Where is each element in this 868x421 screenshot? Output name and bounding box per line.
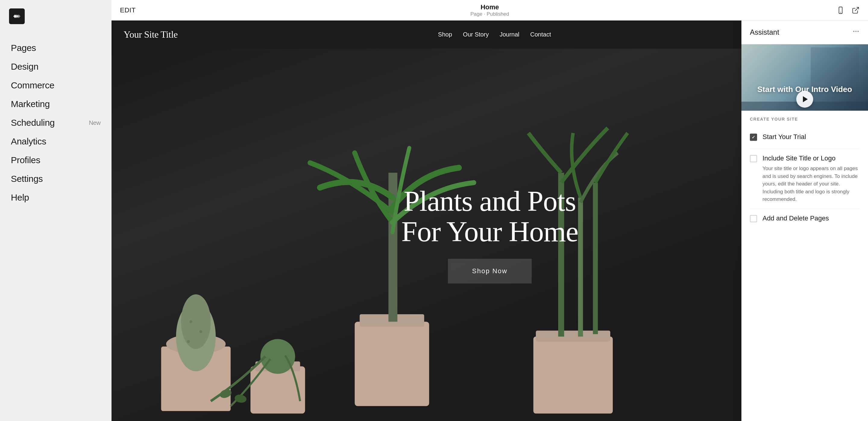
sidebar-item-profiles[interactable]: Profiles [0, 151, 112, 170]
topbar-center: Home Page · Published [470, 3, 509, 17]
checkbox-site-title[interactable] [750, 155, 757, 162]
assistant-header: Assistant [741, 21, 868, 44]
topbar: EDIT Home Page · Published [112, 0, 868, 21]
checklist-title-site-title: Include Site Title or Logo [763, 154, 860, 162]
topbar-icons [837, 6, 860, 14]
sidebar-item-scheduling[interactable]: Scheduling New [0, 113, 112, 132]
svg-rect-1 [839, 7, 842, 13]
svg-point-34 [855, 31, 857, 32]
scheduling-badge: New [89, 119, 101, 126]
sidebar-item-design[interactable]: Design [0, 57, 112, 76]
site-nav-journal[interactable]: Journal [500, 31, 520, 38]
site-nav-shop[interactable]: Shop [438, 31, 452, 38]
edit-button[interactable]: EDIT [120, 6, 135, 14]
checklist-item-site-title: Include Site Title or Logo Your site tit… [750, 149, 860, 209]
checklist-item-pages: Add and Delete Pages [750, 209, 860, 230]
checkbox-pages[interactable] [750, 215, 757, 222]
page-name: Home [470, 3, 509, 11]
assistant-menu-button[interactable] [852, 28, 860, 37]
hero-content: Plants and Pots For Your Home Shop Now [401, 186, 578, 284]
svg-point-33 [853, 31, 855, 32]
assistant-body: CREATE YOUR SITE Start Your Trial Includ… [741, 111, 868, 421]
assistant-title: Assistant [750, 28, 779, 36]
sidebar-item-marketing[interactable]: Marketing [0, 95, 112, 113]
sidebar-nav: Pages Design Commerce Marketing Scheduli… [0, 33, 112, 421]
sidebar-item-commerce[interactable]: Commerce [0, 76, 112, 95]
squarespace-logo-icon [9, 8, 25, 24]
sidebar-item-settings[interactable]: Settings [0, 170, 112, 188]
sidebar-item-pages[interactable]: Pages [0, 39, 112, 57]
svg-point-2 [840, 12, 841, 12]
checkbox-start-trial[interactable] [750, 133, 757, 141]
sidebar-logo-area [0, 0, 112, 33]
checklist-item-start-trial-content: Start Your Trial [763, 133, 806, 143]
checklist-title-start-trial: Start Your Trial [763, 133, 806, 141]
checklist-title-pages: Add and Delete Pages [763, 214, 829, 222]
sidebar-item-analytics[interactable]: Analytics [0, 132, 112, 151]
site-nav-our-story[interactable]: Our Story [463, 31, 489, 38]
checklist-item-pages-content: Add and Delete Pages [763, 214, 829, 225]
page-status: Page · Published [470, 11, 509, 17]
checklist-item-start-trial: Start Your Trial [750, 127, 860, 149]
mobile-preview-icon[interactable] [837, 6, 844, 14]
site-nav: Shop Our Story Journal Contact [438, 31, 551, 38]
external-link-icon[interactable] [852, 6, 860, 14]
sidebar: Pages Design Commerce Marketing Scheduli… [0, 0, 112, 421]
site-title: Your Site Title [124, 29, 178, 40]
svg-line-3 [855, 7, 859, 11]
create-site-label: CREATE YOUR SITE [750, 117, 860, 122]
checklist-desc-site-title: Your site title or logo appears on all p… [763, 165, 860, 203]
site-nav-contact[interactable]: Contact [530, 31, 551, 38]
play-button[interactable] [796, 91, 813, 108]
shop-now-button[interactable]: Shop Now [448, 259, 532, 283]
sidebar-item-help[interactable]: Help [0, 188, 112, 207]
create-site-section: CREATE YOUR SITE Start Your Trial Includ… [741, 111, 868, 230]
svg-point-35 [858, 31, 859, 32]
intro-video-section[interactable]: Start with Our Intro Video [741, 44, 868, 111]
main-area: EDIT Home Page · Published [112, 0, 868, 421]
hero-headline: Plants and Pots For Your Home [401, 186, 578, 247]
site-preview-area: Your Site Title Shop Our Story Journal C… [112, 21, 868, 421]
checklist-item-site-title-content: Include Site Title or Logo Your site tit… [763, 154, 860, 203]
assistant-panel: Assistant Start with Our Intro Video [741, 21, 868, 421]
